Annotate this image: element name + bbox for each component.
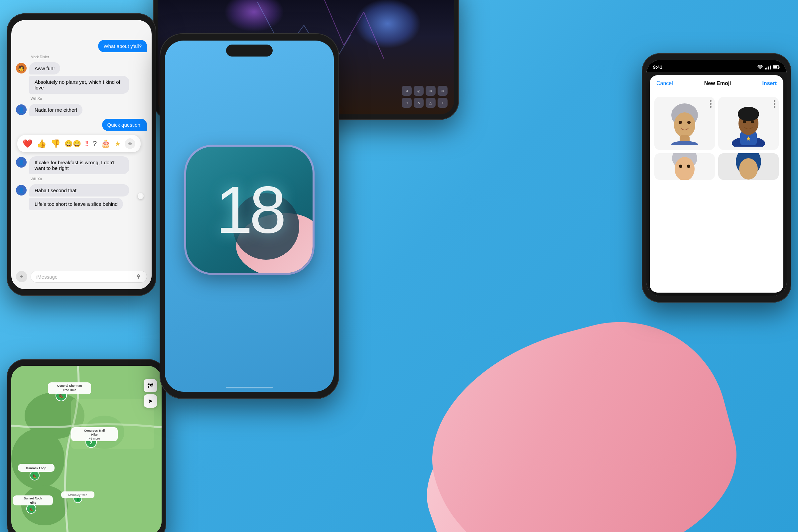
bubble-group-cake: If cake for breakfast is wrong, I don't … bbox=[29, 156, 147, 174]
svg-line-7 bbox=[364, 12, 384, 58]
ios18-phone: 18 bbox=[159, 33, 339, 399]
svg-point-26 bbox=[751, 120, 754, 124]
memoji-avatar-hero: ★ bbox=[730, 100, 767, 147]
emoji-cake[interactable]: 🎂 bbox=[101, 139, 111, 148]
map-phone: 🥾 General Sherman Tree Hike 2 Congress T… bbox=[7, 359, 166, 532]
svg-point-25 bbox=[743, 120, 746, 124]
memoji-avatar-silver bbox=[666, 102, 703, 145]
emoji-reaction-row[interactable]: ❤️ 👍 👎 😄😄 ‼ ? 🎂 ★ ☺ bbox=[17, 135, 141, 152]
svg-point-29 bbox=[679, 165, 682, 168]
memoji-card: Cancel New Emoji Insert bbox=[650, 75, 783, 292]
svg-text:🥾: 🥾 bbox=[29, 507, 34, 511]
bubble-group-will-2: Haha I second that ‼️ Life's too short t… bbox=[29, 184, 147, 210]
game-ctrl-7[interactable]: △ bbox=[425, 98, 436, 108]
svg-rect-13 bbox=[779, 66, 780, 68]
game-ctrl-1[interactable]: ⚙ bbox=[402, 86, 412, 96]
ios18-phone-screen: 18 bbox=[165, 41, 334, 392]
svg-point-15 bbox=[674, 112, 695, 138]
memoji-item-1[interactable] bbox=[654, 97, 715, 150]
svg-text:Rimrock Loop: Rimrock Loop bbox=[26, 467, 46, 470]
emoji-question[interactable]: ? bbox=[93, 139, 97, 148]
avatar-will: 👤 bbox=[16, 104, 26, 115]
memoji-dots-1 bbox=[710, 100, 711, 108]
msg-group-mark: 🧑 Aww fun! Absolutely no plans yet, whic… bbox=[16, 62, 147, 94]
memoji-item-2[interactable]: ★ bbox=[718, 97, 779, 150]
svg-line-6 bbox=[344, 12, 364, 45]
map-phone-screen: 🥾 General Sherman Tree Hike 2 Congress T… bbox=[11, 366, 162, 532]
svg-rect-38 bbox=[71, 399, 154, 449]
memoji-insert-button[interactable]: Insert bbox=[762, 80, 777, 87]
memoji-item-3[interactable] bbox=[654, 153, 715, 180]
emoji-add-button[interactable]: ☺ bbox=[125, 138, 135, 149]
memoji-phone-screen: 9:41 bbox=[646, 60, 787, 296]
svg-point-17 bbox=[687, 121, 690, 124]
memoji-cancel-button[interactable]: Cancel bbox=[657, 80, 673, 87]
msg-received-life: Life's too short to leave a slice behind bbox=[29, 198, 123, 210]
svg-text:McKinley Tree: McKinley Tree bbox=[68, 493, 87, 497]
map-controls: 🗺 ➤ bbox=[144, 379, 157, 407]
map-location-button[interactable]: ➤ bbox=[144, 394, 157, 407]
ios18-number: 18 bbox=[216, 176, 283, 243]
sender-label-will-2: Will Xu bbox=[31, 177, 147, 181]
game-controls: ⚙ ◎ ⊕ ⊗ □ ✕ △ ○ bbox=[402, 86, 448, 108]
dynamic-island bbox=[226, 44, 273, 57]
msg-reaction-icon: ‼️ bbox=[138, 193, 144, 199]
memoji-dots-2 bbox=[774, 100, 775, 108]
msg-group-cake: 👤 If cake for breakfast is wrong, I don'… bbox=[16, 156, 147, 174]
battery-icon bbox=[773, 65, 780, 69]
msg-received-plans: Absolutely no plans yet, which I kind of… bbox=[29, 76, 129, 94]
svg-text:Sunset Rock: Sunset Rock bbox=[24, 497, 42, 500]
memoji-avatar-4 bbox=[730, 153, 767, 180]
game-ctrl-4[interactable]: ⊗ bbox=[438, 86, 448, 96]
svg-point-16 bbox=[679, 121, 682, 124]
signal-icon bbox=[765, 65, 771, 70]
svg-text:🥾: 🥾 bbox=[33, 474, 37, 478]
map-content: 🥾 General Sherman Tree Hike 2 Congress T… bbox=[11, 366, 162, 532]
messages-body: What about y'all? Mark Disler 🧑 Aww fun!… bbox=[11, 37, 152, 267]
msg-received-cake: If cake for breakfast is wrong, I don't … bbox=[29, 156, 129, 174]
emoji-heart[interactable]: ❤️ bbox=[23, 139, 33, 148]
memoji-status-bar: 9:41 bbox=[646, 60, 787, 72]
messages-add-button[interactable]: + bbox=[16, 271, 27, 282]
msg-sent-2: Quick question: bbox=[102, 119, 147, 131]
memoji-content: 9:41 bbox=[646, 60, 787, 296]
msg-received-nada: Nada for me either! bbox=[29, 104, 82, 116]
msg-second-wrapper: Haha I second that ‼️ bbox=[29, 184, 147, 196]
memoji-body: Cancel New Emoji Insert bbox=[646, 72, 787, 296]
svg-point-30 bbox=[687, 165, 690, 168]
memoji-grid: ★ bbox=[650, 92, 783, 185]
emoji-star[interactable]: ★ bbox=[115, 140, 121, 148]
svg-point-32 bbox=[739, 158, 758, 179]
messages-mic-button[interactable]: 🎙 bbox=[136, 274, 141, 280]
svg-text:Tree Hike: Tree Hike bbox=[63, 388, 76, 392]
msg-received-aww: Aww fun! bbox=[29, 62, 60, 75]
messages-input-field[interactable]: iMessage 🎙 bbox=[31, 271, 147, 283]
memoji-status-icons bbox=[757, 65, 780, 70]
memoji-phone: 9:41 bbox=[642, 53, 791, 303]
svg-text:Congress Trail: Congress Trail bbox=[84, 429, 105, 432]
emoji-thumbs-down[interactable]: 👎 bbox=[51, 139, 60, 148]
game-ctrl-6[interactable]: ✕ bbox=[414, 98, 424, 108]
memoji-item-4[interactable] bbox=[718, 153, 779, 180]
svg-text:Hike: Hike bbox=[91, 433, 97, 436]
messages-input-placeholder: iMessage bbox=[36, 274, 58, 280]
svg-text:+1 more: +1 more bbox=[89, 437, 100, 440]
map-type-button[interactable]: 🗺 bbox=[144, 379, 157, 392]
svg-point-19 bbox=[671, 141, 698, 145]
svg-point-28 bbox=[674, 157, 695, 180]
ios18-icon-wrapper: 18 bbox=[186, 147, 312, 273]
emoji-haha[interactable]: 😄😄 bbox=[64, 140, 81, 148]
game-ctrl-5[interactable]: □ bbox=[402, 98, 412, 108]
game-ctrl-2[interactable]: ◎ bbox=[414, 86, 424, 96]
msg-group-will-1: 👤 Nada for me either! bbox=[16, 104, 147, 116]
emoji-exclaim[interactable]: ‼ bbox=[85, 140, 89, 147]
game-ctrl-8[interactable]: ○ bbox=[438, 98, 448, 108]
game-ctrl-3[interactable]: ⊕ bbox=[425, 86, 436, 96]
msg-sent-wrapper: What about y'all? bbox=[16, 40, 147, 52]
svg-text:★: ★ bbox=[746, 135, 751, 142]
svg-text:Hike: Hike bbox=[30, 501, 36, 505]
avatar-mark: 🧑 bbox=[16, 63, 26, 74]
memoji-status-time: 9:41 bbox=[653, 64, 662, 70]
emoji-thumbs-up[interactable]: 👍 bbox=[37, 139, 46, 148]
avatar-will-2: 👤 bbox=[16, 185, 26, 195]
